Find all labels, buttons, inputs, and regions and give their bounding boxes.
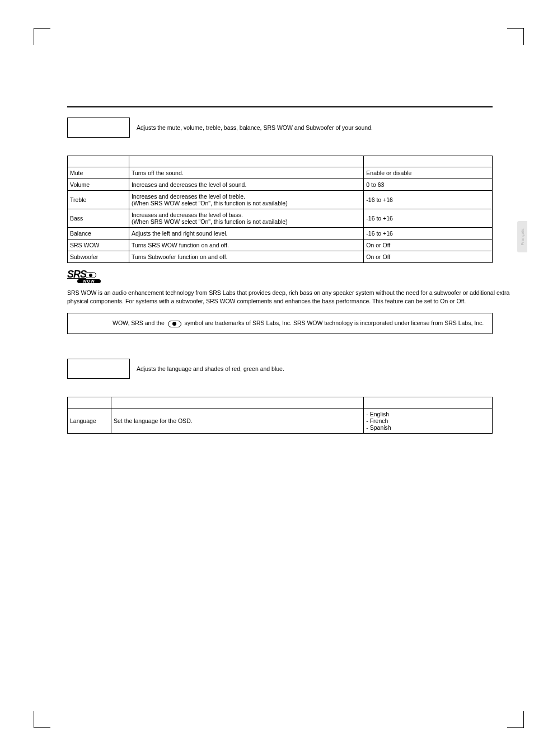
function-cell: Increases and decreases the level of sou… (129, 179, 363, 191)
language-side-tab: Français (517, 221, 527, 252)
audio-section-box (67, 118, 130, 138)
option-cell: Language (68, 408, 111, 434)
setup-section: Adjusts the language and shades of red, … (67, 359, 493, 434)
value-cell: 0 to 63 (364, 179, 493, 191)
table-header-row (68, 156, 493, 167)
function-cell: Set the language for the OSD. (111, 408, 363, 434)
table-row: LanguageSet the language for the OSD.- E… (68, 408, 493, 434)
function-cell: Increases and decreases the level of tre… (129, 191, 363, 209)
page-content: Adjusts the mute, volume, treble, bass, … (67, 106, 493, 434)
trademark-notice: WOW, SRS and the symbol are trademarks o… (67, 313, 493, 334)
srs-wow-logo: SRS WOW (67, 269, 493, 283)
table-header-row (68, 397, 493, 408)
audio-section-header: Adjusts the mute, volume, treble, bass, … (67, 118, 493, 138)
value-cell: -16 to +16 (364, 209, 493, 228)
table-row: BalanceAdjusts the left and right sound … (68, 228, 493, 240)
setup-section-header: Adjusts the language and shades of red, … (67, 359, 493, 379)
option-cell: Mute (68, 167, 129, 179)
setup-settings-table: LanguageSet the language for the OSD.- E… (67, 397, 493, 434)
option-cell: Treble (68, 191, 129, 209)
value-cell: - English - French - Spanish (364, 408, 493, 434)
top-horizontal-rule (67, 106, 493, 107)
option-cell: Bass (68, 209, 129, 228)
function-cell: Increases and decreases the level of bas… (129, 209, 363, 228)
function-cell: Turns SRS WOW function on and off. (129, 240, 363, 251)
trademark-text-after: symbol are trademarks of SRS Labs, Inc. … (183, 320, 484, 326)
value-cell: On or Off (364, 240, 493, 251)
table-row: SubwooferTurns Subwoofer function on and… (68, 251, 493, 263)
option-cell: Subwoofer (68, 251, 129, 263)
srs-wow-badge: WOW (77, 279, 101, 283)
setup-section-description: Adjusts the language and shades of red, … (129, 359, 493, 379)
value-cell: On or Off (364, 251, 493, 263)
function-cell: Turns off the sound. (129, 167, 363, 179)
option-cell: Volume (68, 179, 129, 191)
option-cell: Balance (68, 228, 129, 240)
table-row: MuteTurns off the sound.Enable or disabl… (68, 167, 493, 179)
trademark-text-before: WOW, SRS and the (113, 320, 166, 326)
audio-section-description: Adjusts the mute, volume, treble, bass, … (129, 118, 493, 138)
srs-eye-icon (85, 272, 96, 278)
audio-settings-table: MuteTurns off the sound.Enable or disabl… (67, 156, 493, 263)
option-cell: SRS WOW (68, 240, 129, 251)
value-cell: -16 to +16 (364, 191, 493, 209)
value-cell: Enable or disable (364, 167, 493, 179)
srs-symbol-icon (168, 321, 181, 327)
function-cell: Turns Subwoofer function on and off. (129, 251, 363, 263)
table-row: TrebleIncreases and decreases the level … (68, 191, 493, 209)
function-cell: Adjusts the left and right sound level. (129, 228, 363, 240)
side-tab-label: Français (520, 228, 525, 246)
table-row: VolumeIncreases and decreases the level … (68, 179, 493, 191)
value-cell: -16 to +16 (364, 228, 493, 240)
srs-description: SRS WOW is an audio enhancement technolo… (67, 289, 512, 305)
setup-section-box (67, 359, 130, 379)
table-row: SRS WOWTurns SRS WOW function on and off… (68, 240, 493, 251)
srs-logo-text: SRS (67, 269, 86, 280)
table-row: BassIncreases and decreases the level of… (68, 209, 493, 228)
